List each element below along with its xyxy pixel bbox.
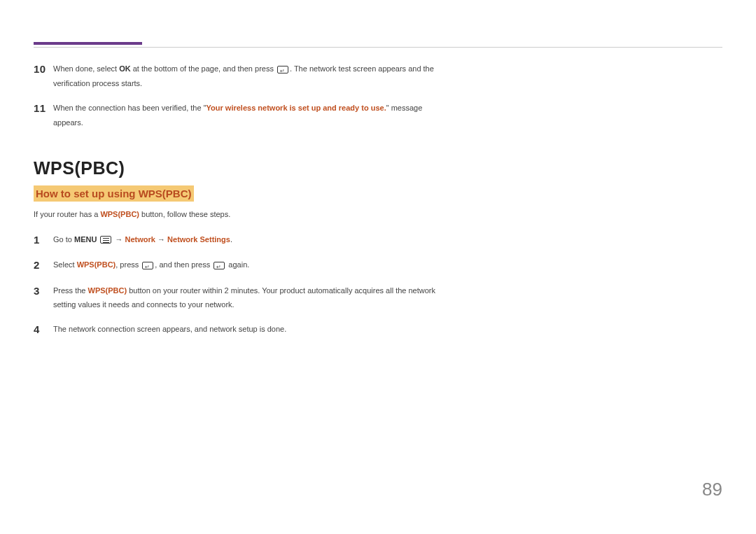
text-fragment: Your wireless network is set up and read… xyxy=(206,104,386,112)
text-fragment: WPS(PBC) xyxy=(77,260,116,269)
text-fragment: , press xyxy=(115,260,141,269)
text-fragment: . xyxy=(230,235,232,244)
intro-prefix: If your router has a xyxy=(34,210,100,218)
step-content: When the connection has been verified, t… xyxy=(53,101,445,130)
text-fragment: again. xyxy=(226,260,249,269)
text-fragment: The network connection screen appears, a… xyxy=(53,325,286,333)
text-fragment: Go to xyxy=(53,235,74,244)
intro-text: If your router has a WPS(PBC) button, fo… xyxy=(34,210,722,218)
step-item: 10When done, select OK at the bottom of … xyxy=(34,62,722,91)
text-fragment: OK xyxy=(119,64,131,73)
text-fragment: When done, select xyxy=(53,64,119,73)
step-content: Press the WPS(PBC) button on your router… xyxy=(53,283,445,313)
subsection-title: How to set up using WPS(PBC) xyxy=(34,185,194,202)
step-item: 2Select WPS(PBC), press , and then press… xyxy=(34,258,722,274)
enter-icon xyxy=(214,262,225,269)
menu-icon xyxy=(100,236,111,244)
step-number: 2 xyxy=(34,258,53,274)
chapter-indicator-bar xyxy=(34,42,142,45)
steps-top-list: 10When done, select OK at the bottom of … xyxy=(34,62,722,130)
step-content: Select WPS(PBC), press , and then press … xyxy=(53,258,249,272)
step-item: 4The network connection screen appears, … xyxy=(34,322,722,338)
step-content: When done, select OK at the bottom of th… xyxy=(53,62,445,91)
text-fragment: Press the xyxy=(53,286,88,295)
text-fragment: Select xyxy=(53,260,77,269)
subsection-title-wrap: How to set up using WPS(PBC) xyxy=(34,185,722,210)
step-item: 1Go to MENU → Network → Network Settings… xyxy=(34,232,722,248)
enter-icon xyxy=(277,66,288,73)
intro-bold: WPS(PBC) xyxy=(100,210,139,218)
section-title: WPS(PBC) xyxy=(34,158,722,178)
enter-icon xyxy=(142,262,153,269)
text-fragment: → xyxy=(155,235,167,244)
page-number: 89 xyxy=(702,479,722,500)
step-item: 3Press the WPS(PBC) button on your route… xyxy=(34,283,722,313)
step-number: 1 xyxy=(34,232,53,248)
step-number: 11 xyxy=(34,101,53,117)
step-content: Go to MENU → Network → Network Settings. xyxy=(53,232,232,247)
step-item: 11When the connection has been verified,… xyxy=(34,101,722,130)
horizontal-rule xyxy=(34,47,722,48)
page-container: 10When done, select OK at the bottom of … xyxy=(0,0,756,338)
intro-suffix: button, follow these steps. xyxy=(139,210,230,218)
text-fragment: , and then press xyxy=(155,260,212,269)
step-number: 10 xyxy=(34,62,53,78)
steps-bottom-list: 1Go to MENU → Network → Network Settings… xyxy=(34,232,722,338)
text-fragment: at the bottom of the page, and then pres… xyxy=(131,64,276,73)
step-number: 3 xyxy=(34,283,53,300)
text-fragment: Network Settings xyxy=(167,235,230,244)
step-content: The network connection screen appears, a… xyxy=(53,322,286,337)
text-fragment: When the connection has been verified, t… xyxy=(53,104,206,112)
text-fragment: MENU xyxy=(74,235,97,244)
step-number: 4 xyxy=(34,322,53,338)
text-fragment: Network xyxy=(125,235,155,244)
text-fragment xyxy=(97,235,99,244)
text-fragment: WPS(PBC) xyxy=(88,286,127,295)
text-fragment: → xyxy=(113,235,125,244)
